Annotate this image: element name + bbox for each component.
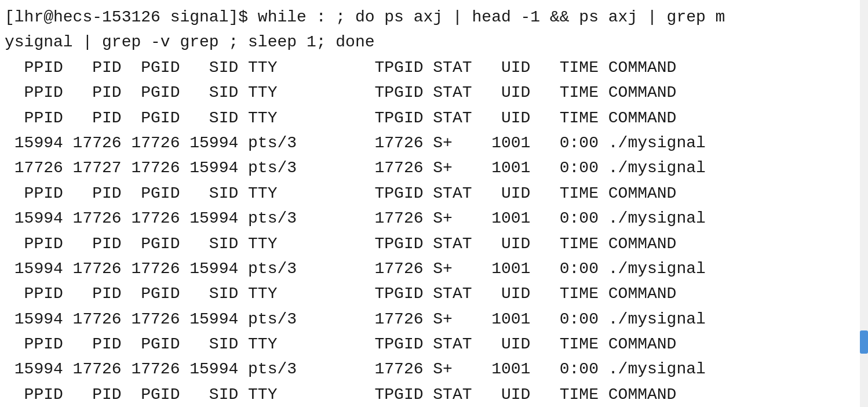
terminal-line: PPID PID PGID SID TTY TPGID STAT UID TIM… [0,80,858,105]
scrollbar[interactable] [860,0,868,407]
terminal-line: PPID PID PGID SID TTY TPGID STAT UID TIM… [0,281,858,306]
terminal-line: 15994 17726 17726 15994 pts/3 17726 S+ 1… [0,307,858,332]
terminal-line: PPID PID PGID SID TTY TPGID STAT UID TIM… [0,332,858,357]
terminal-line: PPID PID PGID SID TTY TPGID STAT UID TIM… [0,231,858,256]
terminal-line: 15994 17726 17726 15994 pts/3 17726 S+ 1… [0,206,858,231]
terminal-line: PPID PID PGID SID TTY TPGID STAT UID TIM… [0,55,858,80]
terminal-line: ysignal | grep -v grep ; sleep 1; done [0,30,858,54]
terminal-line: 15994 17726 17726 15994 pts/3 17726 S+ 1… [0,130,858,155]
terminal-line: 15994 17726 17726 15994 pts/3 17726 S+ 1… [0,256,858,281]
scrollbar-thumb[interactable] [860,330,868,354]
terminal-line: [lhr@hecs-153126 signal]$ while : ; do p… [0,5,858,30]
terminal-line: 17726 17727 17726 15994 pts/3 17726 S+ 1… [0,155,858,180]
terminal-line: 15994 17726 17726 15994 pts/3 17726 S+ 1… [0,357,858,381]
terminal-line: PPID PID PGID SID TTY TPGID STAT UID TIM… [0,181,858,206]
terminal-output: [lhr@hecs-153126 signal]$ while : ; do p… [0,0,858,407]
terminal-line: PPID PID PGID SID TTY TPGID STAT UID TIM… [0,382,858,407]
terminal-line: PPID PID PGID SID TTY TPGID STAT UID TIM… [0,106,858,130]
